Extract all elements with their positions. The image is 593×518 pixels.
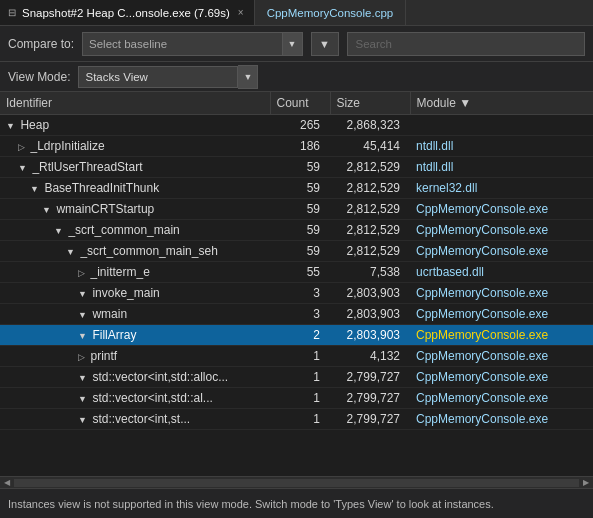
cell-count: 1 (270, 367, 330, 388)
cell-count: 59 (270, 157, 330, 178)
cell-count: 3 (270, 283, 330, 304)
col-header-size[interactable]: Size (330, 92, 410, 115)
table-row[interactable]: ▷ _LdrpInitialize18645,414ntdll.dll (0, 136, 593, 157)
table-body: ▼ Heap2652,868,323▷ _LdrpInitialize18645… (0, 115, 593, 430)
cell-module: CppMemoryConsole.exe (410, 220, 593, 241)
table-row[interactable]: ▼ wmain32,803,903CppMemoryConsole.exe (0, 304, 593, 325)
table-row[interactable]: ▼ invoke_main32,803,903CppMemoryConsole.… (0, 283, 593, 304)
cell-module: CppMemoryConsole.exe (410, 409, 593, 430)
table-header-row: Identifier Count Size Module ▼ (0, 92, 593, 115)
cell-count: 2 (270, 325, 330, 346)
cell-identifier: ▼ Heap (0, 115, 270, 136)
cell-size: 2,803,903 (330, 304, 410, 325)
hscroll-left-arrow[interactable]: ◀ (2, 478, 12, 487)
file-tab-label: CppMemoryConsole.cpp (267, 7, 394, 19)
cell-identifier: ▼ invoke_main (0, 283, 270, 304)
tree-icon: ▷ (18, 142, 28, 152)
cell-identifier: ▼ wmain (0, 304, 270, 325)
table-row[interactable]: ▼ _scrt_common_main592,812,529CppMemoryC… (0, 220, 593, 241)
cell-module: ucrtbased.dll (410, 262, 593, 283)
snapshot-tab-label: Snapshot#2 Heap C...onsole.exe (7.69s) (22, 7, 230, 19)
cell-count: 186 (270, 136, 330, 157)
viewmode-label: View Mode: (8, 70, 70, 84)
table-row[interactable]: ▷ _initterm_e557,538ucrtbased.dll (0, 262, 593, 283)
cell-module: CppMemoryConsole.exe (410, 367, 593, 388)
cell-identifier: ▼ std::vector<int,std::al... (0, 388, 270, 409)
baseline-select[interactable]: Select baseline (82, 32, 282, 56)
filter-button[interactable]: ▼ (311, 32, 339, 56)
viewmode-dropdown-arrow[interactable]: ▼ (238, 65, 258, 89)
cell-identifier: ▼ FillArray (0, 325, 270, 346)
viewmode-bar: View Mode: Stacks View Types View Instan… (0, 62, 593, 92)
cell-count: 55 (270, 262, 330, 283)
cell-size: 2,812,529 (330, 199, 410, 220)
table-row[interactable]: ▼ std::vector<int,std::al...12,799,727Cp… (0, 388, 593, 409)
tree-icon: ▼ (78, 331, 89, 341)
cell-count: 1 (270, 388, 330, 409)
cell-identifier: ▷ _LdrpInitialize (0, 136, 270, 157)
col-header-module[interactable]: Module ▼ (410, 92, 593, 115)
tab-bar: ⊟ Snapshot#2 Heap C...onsole.exe (7.69s)… (0, 0, 593, 26)
viewmode-select[interactable]: Stacks View Types View Instances View (78, 66, 238, 88)
table-row[interactable]: ▼ _RtlUserThreadStart592,812,529ntdll.dl… (0, 157, 593, 178)
table-row[interactable]: ▼ _scrt_common_main_seh592,812,529CppMem… (0, 241, 593, 262)
cell-module: CppMemoryConsole.exe (410, 346, 593, 367)
cell-size: 2,803,903 (330, 283, 410, 304)
table-row[interactable]: ▼ std::vector<int,st...12,799,727CppMemo… (0, 409, 593, 430)
tree-icon: ▼ (78, 394, 89, 404)
status-message: Instances view is not supported in this … (8, 498, 494, 510)
tree-icon: ▼ (6, 121, 17, 131)
cell-count: 59 (270, 241, 330, 262)
cell-size: 2,868,323 (330, 115, 410, 136)
cell-module: CppMemoryConsole.exe (410, 241, 593, 262)
col-header-identifier[interactable]: Identifier (0, 92, 270, 115)
table-row[interactable]: ▼ FillArray22,803,903CppMemoryConsole.ex… (0, 325, 593, 346)
tree-icon: ▼ (78, 415, 89, 425)
col-header-count[interactable]: Count (270, 92, 330, 115)
cell-identifier: ▼ _scrt_common_main (0, 220, 270, 241)
table-row[interactable]: ▼ std::vector<int,std::alloc...12,799,72… (0, 367, 593, 388)
cell-module: CppMemoryConsole.exe (410, 388, 593, 409)
baseline-dropdown-arrow[interactable]: ▼ (283, 32, 303, 56)
hscroll-right-arrow[interactable]: ▶ (581, 478, 591, 487)
tree-icon: ▼ (78, 310, 89, 320)
table-row[interactable]: ▼ BaseThreadInitThunk592,812,529kernel32… (0, 178, 593, 199)
sort-icon: ▼ (459, 96, 471, 110)
cell-size: 2,812,529 (330, 241, 410, 262)
table-container: Identifier Count Size Module ▼ ▼ Heap265… (0, 92, 593, 476)
table-row[interactable]: ▼ wmainCRTStartup592,812,529CppMemoryCon… (0, 199, 593, 220)
cell-size: 2,799,727 (330, 367, 410, 388)
data-table: Identifier Count Size Module ▼ ▼ Heap265… (0, 92, 593, 430)
cell-count: 59 (270, 199, 330, 220)
snapshot-tab[interactable]: ⊟ Snapshot#2 Heap C...onsole.exe (7.69s)… (0, 0, 255, 25)
table-row[interactable]: ▼ Heap2652,868,323 (0, 115, 593, 136)
cell-module: CppMemoryConsole.exe (410, 325, 593, 346)
cell-size: 4,132 (330, 346, 410, 367)
cell-count: 265 (270, 115, 330, 136)
cell-identifier: ▼ wmainCRTStartup (0, 199, 270, 220)
toolbar: Compare to: Select baseline ▼ ▼ (0, 26, 593, 62)
status-bar: Instances view is not supported in this … (0, 488, 593, 518)
cell-identifier: ▼ BaseThreadInitThunk (0, 178, 270, 199)
tree-icon: ▼ (78, 373, 89, 383)
cell-identifier: ▼ std::vector<int,st... (0, 409, 270, 430)
table-row[interactable]: ▷ printf14,132CppMemoryConsole.exe (0, 346, 593, 367)
cell-identifier: ▷ _initterm_e (0, 262, 270, 283)
cell-size: 2,799,727 (330, 409, 410, 430)
hscroll-track[interactable] (14, 479, 579, 487)
hscroll-bar[interactable]: ◀ ▶ (0, 476, 593, 488)
cell-module: ntdll.dll (410, 136, 593, 157)
cell-count: 3 (270, 304, 330, 325)
file-tab[interactable]: CppMemoryConsole.cpp (255, 0, 407, 25)
compare-to-label: Compare to: (8, 37, 74, 51)
cell-module: CppMemoryConsole.exe (410, 199, 593, 220)
tree-icon: ▷ (78, 352, 88, 362)
cell-count: 1 (270, 409, 330, 430)
search-input[interactable] (347, 32, 585, 56)
cell-count: 59 (270, 220, 330, 241)
cell-module: kernel32.dll (410, 178, 593, 199)
cell-module: ntdll.dll (410, 157, 593, 178)
tree-icon: ▼ (42, 205, 53, 215)
cell-size: 2,799,727 (330, 388, 410, 409)
close-tab-button[interactable]: × (236, 6, 246, 19)
